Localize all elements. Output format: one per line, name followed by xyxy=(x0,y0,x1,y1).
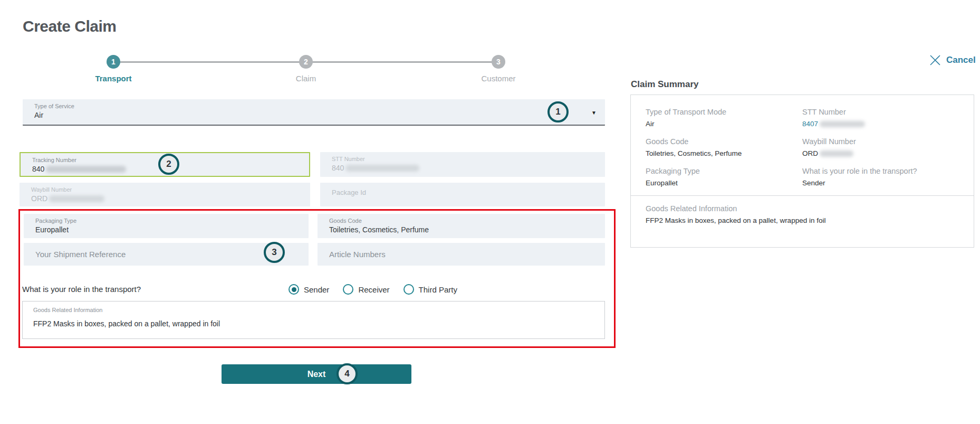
radio-receiver-label: Receiver xyxy=(358,285,389,294)
type-of-service-value: Air xyxy=(34,111,43,119)
waybill-number-label: Waybill Number xyxy=(31,186,72,193)
step-transport: 1 Transport xyxy=(71,55,156,83)
packaging-type-value: Europallet xyxy=(35,225,69,234)
summary-role: What is your role in the transport? Send… xyxy=(802,167,963,187)
shipment-reference-placeholder: Your Shipment Reference xyxy=(35,250,126,259)
step-customer: 3 Customer xyxy=(456,55,541,83)
create-claim-page: Create Claim 1 Transport 2 Claim 3 Custo… xyxy=(0,0,980,424)
redacted-value xyxy=(49,195,104,202)
goods-code-value: Toiletries, Cosmetics, Perfume xyxy=(329,225,429,234)
step-3-label: Customer xyxy=(456,74,541,83)
chevron-down-icon: ▼ xyxy=(591,110,597,116)
summary-packaging-type: Packaging Type Europallet xyxy=(646,167,786,187)
cancel-label: Cancel xyxy=(946,55,976,65)
goods-related-info-label: Goods Related Information xyxy=(33,307,102,313)
role-question: What is your role in the transport? xyxy=(22,285,141,294)
redacted-value xyxy=(820,121,865,127)
summary-goods-related-info: Goods Related Information FFP2 Masks in … xyxy=(631,196,974,224)
step-3-circle: 3 xyxy=(492,55,505,69)
summary-waybill-number: Waybill Number ORD xyxy=(802,137,963,157)
packaging-type-label: Packaging Type xyxy=(35,218,76,224)
summary-transport-mode: Type of Transport Mode Air xyxy=(646,108,786,128)
type-of-service-label: Type of Service xyxy=(34,103,74,109)
step-1-label: Transport xyxy=(71,74,156,83)
annotation-marker-4: 4 xyxy=(337,363,358,384)
waybill-number-input: Waybill Number ORD xyxy=(20,183,310,206)
redacted-value xyxy=(820,150,853,157)
goods-code-label: Goods Code xyxy=(329,218,362,224)
redacted-value xyxy=(46,166,126,173)
summary-stt-number: STT Number 8407 xyxy=(802,108,963,128)
close-icon xyxy=(929,54,941,66)
annotation-marker-1: 1 xyxy=(547,101,569,123)
package-id-label: Package Id xyxy=(332,189,366,196)
type-of-service-select[interactable]: Type of Service Air ▼ xyxy=(23,99,605,126)
tracking-number-label: Tracking Number xyxy=(32,157,76,163)
radio-unselected-icon xyxy=(343,284,353,295)
step-2-circle: 2 xyxy=(299,55,313,69)
radio-sender[interactable]: Sender xyxy=(289,284,329,295)
next-button[interactable]: Next xyxy=(222,364,411,384)
page-title: Create Claim xyxy=(23,17,116,35)
claim-summary-panel: Type of Transport Mode Air STT Number 84… xyxy=(630,95,974,248)
goods-related-info-textarea[interactable]: Goods Related Information FFP2 Masks in … xyxy=(22,301,605,339)
claim-summary-title: Claim Summary xyxy=(631,79,699,90)
radio-third-party-label: Third Party xyxy=(419,285,457,294)
waybill-number-value: ORD xyxy=(31,194,47,203)
radio-receiver[interactable]: Receiver xyxy=(343,284,389,295)
radio-third-party[interactable]: Third Party xyxy=(403,284,457,295)
stt-number-value: 840 xyxy=(332,164,344,172)
role-row: What is your role in the transport? Send… xyxy=(22,281,605,297)
radio-selected-icon xyxy=(289,284,299,295)
step-claim: 2 Claim xyxy=(264,55,348,83)
goods-code-field[interactable]: Goods Code Toiletries, Cosmetics, Perfum… xyxy=(318,214,605,238)
package-id-input: Package Id xyxy=(320,183,605,206)
step-2-label: Claim xyxy=(264,74,348,83)
cancel-button[interactable]: Cancel xyxy=(929,54,976,66)
packaging-type-field[interactable]: Packaging Type Europallet xyxy=(24,214,309,238)
goods-related-info-value: FFP2 Masks in boxes, packed on a pallet,… xyxy=(33,319,220,328)
redacted-value xyxy=(345,165,419,172)
role-radio-group: Sender Receiver Third Party xyxy=(289,281,457,297)
radio-unselected-icon xyxy=(403,284,414,295)
step-1-circle: 1 xyxy=(107,55,120,69)
annotation-marker-3: 3 xyxy=(264,242,285,263)
tracking-number-value: 840 xyxy=(32,165,44,173)
annotation-marker-2: 2 xyxy=(158,154,179,175)
article-numbers-input[interactable]: Article Numbers xyxy=(318,243,605,266)
stt-number-label: STT Number xyxy=(332,156,365,162)
article-numbers-placeholder: Article Numbers xyxy=(329,250,386,259)
summary-goods-code: Goods Code Toiletries, Cosmetics, Perfum… xyxy=(646,137,786,157)
radio-sender-label: Sender xyxy=(304,285,329,294)
stt-number-input: STT Number 840 xyxy=(320,152,605,177)
